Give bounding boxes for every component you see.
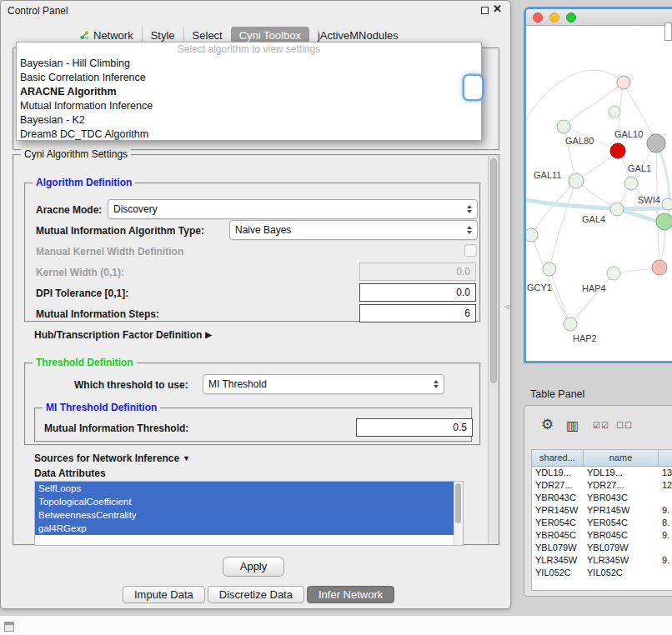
unchecked-rows-icon[interactable]: ☐☐ xyxy=(616,421,633,430)
table-row[interactable]: YDL19... YDL19... 13 xyxy=(532,467,672,479)
table-cell: 9. xyxy=(659,504,672,517)
network-window: GAL80 GAL10 GAL11 GAL1 SWI4 GAL4 GCY1 HA… xyxy=(524,7,672,363)
gear-icon[interactable]: ⚙ xyxy=(541,416,554,433)
scrollbar-thumb[interactable] xyxy=(455,483,461,523)
aracne-mode-select[interactable]: Discovery xyxy=(108,199,478,219)
mi-type-label: Mutual Information Algorithm Type: xyxy=(36,225,204,237)
aracne-mode-label: Aracne Mode: xyxy=(36,204,102,216)
network-node[interactable] xyxy=(543,262,556,276)
tab-impute-data[interactable]: Impute Data xyxy=(123,586,205,603)
threshold-definition-group: Threshold Definition Which threshold to … xyxy=(24,362,481,446)
table-cell: YDR27... xyxy=(532,479,584,492)
close-traffic-light[interactable] xyxy=(533,12,543,22)
table-cell: YDR27... xyxy=(584,479,659,492)
hub-definition-toggle[interactable]: Hub/Transcription Factor Definition▶ xyxy=(34,329,212,341)
mi-threshold-label: Mutual Information Threshold: xyxy=(44,422,188,434)
table-row[interactable]: YBR045C YBR045C 9. xyxy=(532,529,672,542)
list-item[interactable]: TopologicalCoefficient xyxy=(35,495,463,508)
column-header-name[interactable]: name xyxy=(584,450,659,466)
algorithm-option[interactable]: Bayesian - Hill Climbing xyxy=(17,57,481,71)
combo-arrows-icon xyxy=(467,205,472,213)
mi-steps-input[interactable] xyxy=(359,304,476,322)
network-node[interactable] xyxy=(647,134,665,152)
corner-widget-icon[interactable] xyxy=(4,622,14,632)
table-row[interactable]: YIL052C YIL052C xyxy=(532,567,672,579)
table-row[interactable]: YDR27... YDR27... 12 xyxy=(532,479,672,492)
table-row[interactable]: YBR043C YBR043C xyxy=(532,492,672,504)
kernel-width-label: Kernel Width (0,1): xyxy=(36,267,124,278)
mi-type-select[interactable]: Naive Bayes xyxy=(229,220,478,240)
algorithm-option[interactable]: Basic Correlation Inference xyxy=(17,71,481,85)
network-titlebar[interactable] xyxy=(526,9,672,26)
tab-infer-network[interactable]: Infer Network xyxy=(307,586,394,603)
network-node-labels: GAL80 GAL10 GAL11 GAL1 SWI4 GAL4 GCY1 HA… xyxy=(527,129,660,343)
network-node-label: HAP2 xyxy=(573,333,597,343)
network-node[interactable] xyxy=(610,143,625,158)
scrollbar-fragment[interactable] xyxy=(664,22,672,41)
combo-arrows-icon xyxy=(434,380,439,388)
network-node[interactable] xyxy=(617,76,630,89)
float-window-icon[interactable] xyxy=(481,7,489,14)
combo-arrows-icon xyxy=(467,226,472,234)
algorithm-option[interactable]: Dream8 DC_TDC Algorithm xyxy=(17,128,481,142)
network-node[interactable] xyxy=(656,213,672,230)
scrollbar-thumb[interactable] xyxy=(490,158,497,383)
mi-threshold-group: MI Threshold Definition Mutual Informati… xyxy=(34,408,473,442)
algorithm-option[interactable]: Mutual Information Inference xyxy=(17,99,481,113)
window-title: Control Panel xyxy=(8,5,68,17)
table-row[interactable]: YLR345W YLR345W 9. xyxy=(532,554,672,567)
list-item[interactable]: gal4RGexp xyxy=(35,522,463,535)
table-cell: YDL19... xyxy=(584,467,659,479)
network-node[interactable] xyxy=(564,318,577,331)
network-node[interactable] xyxy=(607,267,620,280)
manual-kernel-checkbox[interactable] xyxy=(464,244,477,257)
panel-collapse-handle-icon[interactable]: ◃ xyxy=(504,301,509,312)
network-icon xyxy=(79,30,90,41)
combo-focus-fragment xyxy=(464,76,482,99)
algorithm-option-selected[interactable]: ARACNE Algorithm xyxy=(17,85,481,99)
which-threshold-select[interactable]: MI Threshold xyxy=(203,374,444,394)
table-cell: 9. xyxy=(659,554,672,567)
table-row[interactable]: YBL079W YBL079W xyxy=(532,542,672,554)
table-cell: 9. xyxy=(659,529,672,542)
table-row[interactable]: YER054C YER054C 8. xyxy=(532,517,672,529)
column-header-partial[interactable] xyxy=(659,450,672,466)
network-node[interactable] xyxy=(652,260,667,275)
settings-scrollbar[interactable] xyxy=(488,156,499,544)
dpi-tolerance-input[interactable] xyxy=(359,283,476,302)
kernel-width-input[interactable] xyxy=(359,262,476,281)
tab-label: Cyni Toolbox xyxy=(239,29,301,42)
apply-button[interactable]: Apply xyxy=(223,557,284,577)
network-node-label: GAL1 xyxy=(628,163,651,173)
network-svg: GAL80 GAL10 GAL11 GAL1 SWI4 GAL4 GCY1 HA… xyxy=(526,26,672,360)
network-canvas[interactable]: GAL80 GAL10 GAL11 GAL1 SWI4 GAL4 GCY1 HA… xyxy=(526,26,672,360)
checked-rows-icon[interactable]: ☑☑ xyxy=(593,421,609,430)
network-node[interactable] xyxy=(526,228,538,242)
network-node[interactable] xyxy=(557,120,570,133)
algorithm-option[interactable]: Bayesian - K2 xyxy=(17,113,481,128)
column-header-shared-name[interactable]: shared... xyxy=(532,450,584,466)
network-node[interactable] xyxy=(609,106,620,118)
table-row[interactable]: YPR145W YPR145W 9. xyxy=(532,504,672,517)
list-item[interactable]: BetweennessCentrality xyxy=(35,508,463,522)
attribute-list: SelfLoops TopologicalCoefficient Between… xyxy=(34,481,464,546)
table-cell xyxy=(659,492,672,504)
table-cell: YPR145W xyxy=(532,504,584,517)
network-node[interactable] xyxy=(624,177,638,190)
table-cell: YBR043C xyxy=(584,492,659,504)
network-node[interactable] xyxy=(610,202,624,216)
network-node[interactable] xyxy=(569,173,584,188)
zoom-traffic-light[interactable] xyxy=(566,12,576,22)
sources-toggle[interactable]: Sources for Network Inference▼ xyxy=(34,452,190,464)
table-cell: 12 xyxy=(659,479,672,492)
list-scrollbar[interactable] xyxy=(454,482,463,545)
columns-icon[interactable]: ▥ xyxy=(566,418,579,433)
minimize-traffic-light[interactable] xyxy=(549,12,559,22)
close-icon[interactable]: ✕ xyxy=(493,2,502,15)
list-item[interactable]: SelfLoops xyxy=(35,482,463,495)
network-node[interactable] xyxy=(662,198,672,210)
mi-threshold-input[interactable] xyxy=(356,418,473,437)
tab-discretize-data[interactable]: Discretize Data xyxy=(208,586,304,603)
selected-value: Discovery xyxy=(113,203,158,215)
chevron-right-icon: ▶ xyxy=(205,330,212,339)
